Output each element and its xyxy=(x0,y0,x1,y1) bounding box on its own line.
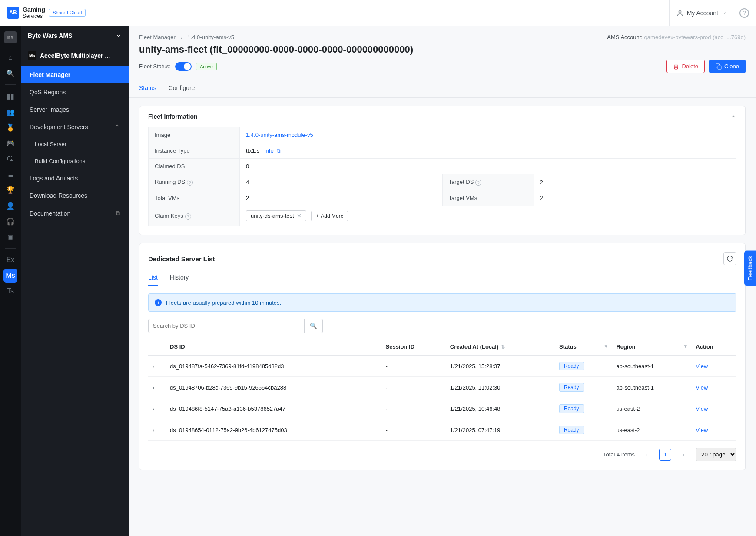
session-id: - xyxy=(381,419,446,441)
rail-ts-icon[interactable]: Ts xyxy=(3,284,17,298)
search-button[interactable]: 🔍 xyxy=(305,319,323,333)
fleet-info-table: Image 1.4.0-unity-ams-module-v5 Instance… xyxy=(148,127,736,226)
view-link[interactable]: View xyxy=(696,363,708,370)
info-label: Target DS? xyxy=(442,174,534,190)
icon-rail: BY ⌂ 🔍 ▮▮ 👥 🏅 🎮 🛍 ≣ 🏆 👤 🎧 ▣ Ex Ms Ts xyxy=(0,26,21,536)
rail-leaderboard-icon[interactable]: 🏅 xyxy=(3,120,17,134)
table-row: ›ds_019487fa-5462-7369-81fd-4198485d32d3… xyxy=(148,356,736,377)
rail-ex-icon[interactable]: Ex xyxy=(3,253,17,267)
next-page[interactable]: › xyxy=(677,449,690,461)
rail-store-icon[interactable]: 🛍 xyxy=(3,152,17,166)
rail-support-icon[interactable]: 🎧 xyxy=(3,214,17,228)
sidebar-item[interactable]: Development Servers⌃ xyxy=(21,118,129,136)
col-status[interactable]: Status▾ xyxy=(555,338,612,356)
info-alert: i Fleets are usually prepared within 10 … xyxy=(148,293,736,312)
ds-id: ds_019486f8-5147-75a3-a136-b53786527a47 xyxy=(166,398,381,419)
rail-game-icon[interactable]: 🎮 xyxy=(3,136,17,150)
page-number[interactable]: 1 xyxy=(659,449,671,461)
clone-button[interactable]: Clone xyxy=(709,60,746,73)
remove-tag-icon[interactable]: ✕ xyxy=(297,213,302,219)
per-page-select[interactable]: 20 / page xyxy=(696,448,736,461)
breadcrumb-root[interactable]: Fleet Manager xyxy=(139,34,176,40)
col-action: Action xyxy=(691,338,736,356)
sidebar-item[interactable]: Fleet Manager xyxy=(21,66,129,83)
expand-row[interactable]: › xyxy=(148,356,166,377)
sidebar-item[interactable]: Local Server xyxy=(21,136,129,153)
main-content: Fleet Manager › 1.4.0-unity-ams-v5 AMS A… xyxy=(129,26,756,536)
refresh-icon xyxy=(726,255,733,262)
rail-home-icon[interactable]: ⌂ xyxy=(3,50,17,64)
session-id: - xyxy=(381,356,446,377)
pagination: Total 4 items ‹ 1 › 20 / page xyxy=(148,441,736,461)
rail-users-icon[interactable]: 👥 xyxy=(3,105,17,119)
sort-icon: ⇅ xyxy=(501,344,505,350)
tab-configure[interactable]: Configure xyxy=(169,84,195,97)
view-link[interactable]: View xyxy=(696,406,708,412)
fleet-status-row: Fleet Status: Active xyxy=(139,62,217,71)
info-label: Instance Type xyxy=(149,143,240,159)
table-row: ›ds_01948706-b28c-7369-9b15-926564cba288… xyxy=(148,377,736,398)
rail-ms-icon[interactable]: Ms xyxy=(3,269,17,283)
rail-storage-icon[interactable]: ≣ xyxy=(3,167,17,181)
status-badge: Ready xyxy=(559,383,584,392)
ds-title: Dedicated Server List xyxy=(148,255,215,263)
ds-tab-list[interactable]: List xyxy=(148,270,158,286)
refresh-button[interactable] xyxy=(723,252,736,265)
rail-search-icon[interactable]: 🔍 xyxy=(3,66,17,80)
project-selector[interactable]: Byte Wars AMS xyxy=(21,26,129,45)
help-icon[interactable]: ? xyxy=(739,8,749,18)
region: us-east-2 xyxy=(612,398,691,419)
search-input[interactable] xyxy=(148,319,305,333)
chevron-down-icon xyxy=(722,10,727,16)
rail-trophy-icon[interactable]: 🏆 xyxy=(3,183,17,197)
col-region[interactable]: Region▾ xyxy=(612,338,691,356)
tab-status[interactable]: Status xyxy=(139,84,156,97)
claimed-value: 0 xyxy=(240,159,736,174)
help-icon[interactable]: ? xyxy=(187,180,193,186)
feedback-tab[interactable]: Feedback xyxy=(744,250,756,286)
ams-account: AMS Account: gamedevex-bytewars-prod (ac… xyxy=(607,34,746,40)
project-badge[interactable]: BY xyxy=(4,31,17,43)
view-link[interactable]: View xyxy=(696,427,708,433)
fleet-status-toggle[interactable] xyxy=(175,62,192,71)
external-icon: ⧉ xyxy=(277,148,281,154)
rail-terminal-icon[interactable]: ▣ xyxy=(3,230,17,244)
col-created[interactable]: Created At (Local)⇅ xyxy=(446,338,555,356)
delete-button[interactable]: Delete xyxy=(666,60,705,73)
instance-info-link[interactable]: Info xyxy=(264,147,274,154)
sidebar-item[interactable]: QoS Regions xyxy=(21,83,129,101)
info-label: Running DS? xyxy=(149,174,240,190)
total-items: Total 4 items xyxy=(603,451,635,458)
expand-row[interactable]: › xyxy=(148,377,166,398)
logo-area: AB Gaming Services Shared Cloud xyxy=(7,7,86,19)
created-at: 1/21/2025, 07:47:19 xyxy=(446,419,555,441)
image-link[interactable]: 1.4.0-unity-ams-module-v5 xyxy=(246,132,313,138)
rail-person-icon[interactable]: 👤 xyxy=(3,199,17,213)
created-at: 1/21/2025, 15:28:37 xyxy=(446,356,555,377)
logo-icon: AB xyxy=(7,7,19,19)
created-at: 1/21/2025, 10:46:48 xyxy=(446,398,555,419)
status-badge: Ready xyxy=(559,404,584,413)
sidebar-item[interactable]: Build Configurations xyxy=(21,153,129,170)
expand-row[interactable]: › xyxy=(148,419,166,441)
fleet-info-header[interactable]: Fleet Information xyxy=(139,106,745,127)
sidebar-item[interactable]: Server Images xyxy=(21,101,129,118)
ds-tab-history[interactable]: History xyxy=(170,270,189,286)
ds-id: ds_01948706-b28c-7369-9b15-926564cba288 xyxy=(166,377,381,398)
help-icon[interactable]: ? xyxy=(475,180,481,186)
rail-analytics-icon[interactable]: ▮▮ xyxy=(3,89,17,103)
filter-icon: ▾ xyxy=(605,343,607,349)
my-account-label: My Account xyxy=(687,10,718,17)
expand-row[interactable]: › xyxy=(148,398,166,419)
session-id: - xyxy=(381,398,446,419)
view-link[interactable]: View xyxy=(696,384,708,391)
sidebar-item[interactable]: Logs and Artifacts xyxy=(21,170,129,187)
instance-value: ttx1.s xyxy=(246,147,259,154)
prev-page[interactable]: ‹ xyxy=(641,449,653,461)
sidebar-item[interactable]: Documentation⧉ xyxy=(21,204,129,222)
add-more-button[interactable]: + Add More xyxy=(311,211,348,221)
sidebar-item[interactable]: Download Resources xyxy=(21,187,129,204)
my-account-dropdown[interactable]: My Account xyxy=(669,0,734,26)
help-icon[interactable]: ? xyxy=(185,213,191,220)
svg-rect-1 xyxy=(718,66,721,69)
